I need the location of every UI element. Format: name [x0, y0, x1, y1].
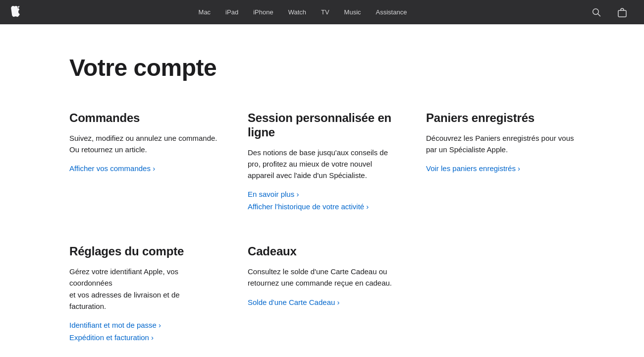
nav-item-assistance[interactable]: Assistance	[369, 0, 415, 24]
card-cadeaux-desc: Consultez le solde d'une Carte Cadeau ou…	[248, 266, 396, 289]
nav-actions	[586, 0, 633, 24]
link-en-savoir-plus[interactable]: En savoir plus	[248, 190, 396, 198]
link-solde-carte-cadeau[interactable]: Solde d'une Carte Cadeau	[248, 298, 396, 306]
svg-rect-2	[618, 10, 626, 17]
card-commandes: Commandes Suivez, modifiez ou annulez un…	[69, 111, 218, 215]
svg-line-1	[598, 13, 600, 16]
grid-placeholder	[426, 244, 575, 357]
nav-item-mac[interactable]: Mac	[191, 0, 218, 24]
card-commandes-desc: Suivez, modifiez ou annulez une commande…	[69, 132, 218, 156]
cards-grid: Commandes Suivez, modifiez ou annulez un…	[69, 111, 575, 357]
card-session-desc: Des notions de base jusqu'aux conseils d…	[248, 147, 396, 181]
card-session: Session personnalisée en ligne Des notio…	[248, 111, 396, 215]
apple-logo-nav[interactable]	[11, 6, 20, 19]
nav-item-iphone[interactable]: iPhone	[246, 0, 280, 24]
card-paniers-title: Paniers enregistrés	[426, 111, 575, 125]
link-afficher-commandes[interactable]: Afficher vos commandes	[69, 164, 218, 173]
card-reglages-title: Réglages du compte	[69, 244, 218, 259]
card-cadeaux-title: Cadeaux	[248, 244, 396, 259]
card-cadeaux: Cadeaux Consultez le solde d'une Carte C…	[248, 244, 396, 346]
card-reglages-desc: Gérez votre identifiant Apple, vos coord…	[69, 266, 218, 312]
page-title: Votre compte	[69, 54, 575, 81]
link-expedition-facturation[interactable]: Expédition et facturation	[69, 333, 218, 342]
nav-item-watch[interactable]: Watch	[281, 0, 314, 24]
search-button[interactable]	[586, 0, 607, 24]
nav-item-music[interactable]: Music	[337, 0, 369, 24]
card-session-title: Session personnalisée en ligne	[248, 111, 396, 140]
link-historique-activite[interactable]: Afficher l'historique de votre activité	[248, 202, 396, 211]
card-paniers-desc: Découvrez les Paniers enregistrés pour v…	[426, 132, 575, 156]
link-voir-paniers[interactable]: Voir les paniers enregistrés	[426, 164, 575, 173]
link-identifiant-mdp[interactable]: Identifiant et mot de passe	[69, 321, 218, 329]
nav-items: Mac iPad iPhone Watch TV Music Assistanc…	[20, 0, 586, 24]
nav-item-ipad[interactable]: iPad	[218, 0, 246, 24]
main-content: Votre compte Commandes Suivez, modifiez …	[50, 24, 594, 357]
nav-item-tv[interactable]: TV	[314, 0, 337, 24]
card-commandes-title: Commandes	[69, 111, 218, 125]
card-paniers: Paniers enregistrés Découvrez les Panier…	[426, 111, 575, 215]
navbar: Mac iPad iPhone Watch TV Music Assistanc…	[0, 0, 644, 24]
card-reglages: Réglages du compte Gérez votre identifia…	[69, 244, 218, 346]
bag-button[interactable]	[611, 0, 633, 24]
